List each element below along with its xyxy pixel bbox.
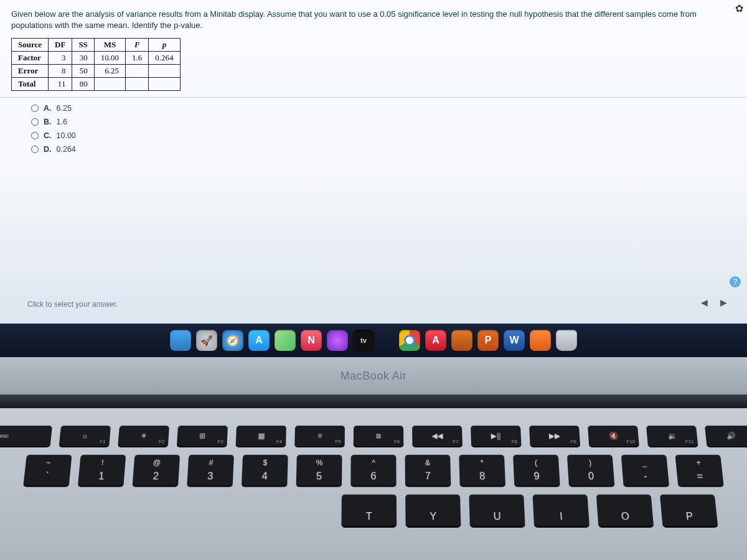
key-f1: ☼F1 [59, 426, 111, 446]
key-9: (9 [513, 455, 560, 486]
key-8: *8 [459, 455, 505, 486]
trash-icon[interactable] [556, 330, 577, 351]
key-f12: 🔊 [705, 426, 747, 446]
news-icon[interactable]: N [301, 330, 322, 351]
key-o: O [596, 495, 654, 526]
keyboard-number-row: ~` !1 @2 #3 $4 %5 ^6 &7 *8 (9 )0 _- += [14, 455, 733, 486]
col-ss: SS [72, 39, 94, 52]
keyboard-fn-row: esc ☼F1 ☀F2 ⊞F3 ▦F4 ≡F5 ≣F6 ◀◀F7 ▶||F8 ▶… [19, 426, 728, 446]
key-f4: ▦F4 [236, 426, 286, 446]
laptop-hinge [0, 394, 747, 408]
anova-row-total: Total 11 80 [12, 78, 181, 91]
anova-row-factor: Factor 3 30 10.00 1.6 0.264 [12, 52, 181, 65]
divider [0, 97, 747, 98]
key-f3: ⊞F3 [177, 426, 228, 446]
macos-dock: 🚀 🧭 A N tv A P W [0, 324, 747, 357]
key-equal: += [675, 455, 723, 486]
key-u: U [469, 495, 525, 526]
keyboard: esc ☼F1 ☀F2 ⊞F3 ▦F4 ≡F5 ≣F6 ◀◀F7 ▶||F8 ▶… [0, 408, 747, 560]
key-p: P [660, 495, 718, 526]
key-f11: 🔉F11 [646, 426, 698, 446]
garageband-icon[interactable] [451, 330, 472, 351]
col-df: DF [49, 39, 72, 52]
key-4: $4 [242, 455, 288, 486]
col-p: p [149, 39, 180, 52]
keyboard-letter-row: T Y U I O P [10, 495, 738, 526]
key-f2: ☀F2 [118, 426, 169, 446]
key-2: @2 [133, 455, 180, 486]
powerpoint-icon[interactable]: P [477, 330, 499, 351]
key-f5: ≡F5 [294, 426, 345, 446]
key-7: &7 [405, 455, 451, 486]
answer-choices: A. 6.25 B. 1.6 C. 10.00 D. 0.264 [11, 104, 736, 154]
key-f6: ≣F6 [354, 426, 404, 446]
quiz-window: ✿ Given below are the analysis of varian… [0, 0, 747, 357]
radio-icon[interactable] [31, 105, 39, 112]
apple-tv-icon[interactable]: tv [353, 330, 374, 351]
select-answer-hint: Click to select your answer. [27, 300, 118, 309]
key-f8: ▶||F8 [471, 426, 522, 446]
key-i: I [533, 495, 590, 526]
gear-icon[interactable]: ✿ [735, 2, 743, 14]
anova-table: Source DF SS MS F p Factor 3 30 10.00 1.… [11, 38, 181, 91]
safari-icon[interactable]: 🧭 [222, 330, 243, 351]
choice-c[interactable]: C. 10.00 [31, 131, 736, 140]
col-source: Source [12, 39, 49, 52]
key-3: #3 [187, 455, 234, 486]
chrome-icon[interactable] [399, 330, 420, 351]
nav-arrows[interactable]: ◀ ▶ [701, 297, 732, 307]
key-f7: ◀◀F7 [412, 426, 463, 446]
help-icon[interactable]: ? [730, 276, 741, 287]
key-esc: esc [0, 426, 52, 446]
finder-icon[interactable] [170, 330, 191, 351]
key-f10: 🔇F10 [588, 426, 639, 446]
maps-icon[interactable] [275, 330, 296, 351]
key-y: Y [405, 495, 461, 526]
choice-d[interactable]: D. 0.264 [31, 145, 736, 154]
laptop-bezel: MacBook Air [0, 357, 747, 394]
key-1: !1 [78, 455, 126, 486]
books-icon[interactable] [530, 330, 551, 351]
key-5: %5 [296, 455, 342, 486]
radio-icon[interactable] [31, 132, 39, 139]
radio-icon[interactable] [31, 146, 39, 153]
key-tilde: ~` [23, 455, 72, 486]
podcasts-icon[interactable] [327, 330, 348, 351]
key-dash: _- [621, 455, 669, 486]
launchpad-icon[interactable]: 🚀 [196, 330, 217, 351]
key-f9: ▶▶F9 [529, 426, 580, 446]
key-t: T [341, 495, 397, 526]
col-ms: MS [94, 39, 125, 52]
acrobat-icon[interactable]: A [425, 330, 446, 351]
question-text: Given below are the analysis of variance… [11, 9, 736, 30]
laptop-model-label: MacBook Air [341, 370, 407, 383]
key-0: )0 [567, 455, 614, 486]
col-f: F [126, 39, 149, 52]
radio-icon[interactable] [31, 118, 39, 126]
word-icon[interactable]: W [504, 330, 525, 351]
choice-a[interactable]: A. 6.25 [31, 104, 736, 113]
anova-row-error: Error 8 50 6.25 [12, 65, 181, 78]
choice-b[interactable]: B. 1.6 [31, 118, 736, 126]
key-6: ^6 [350, 455, 396, 486]
app-store-icon[interactable]: A [248, 330, 270, 351]
